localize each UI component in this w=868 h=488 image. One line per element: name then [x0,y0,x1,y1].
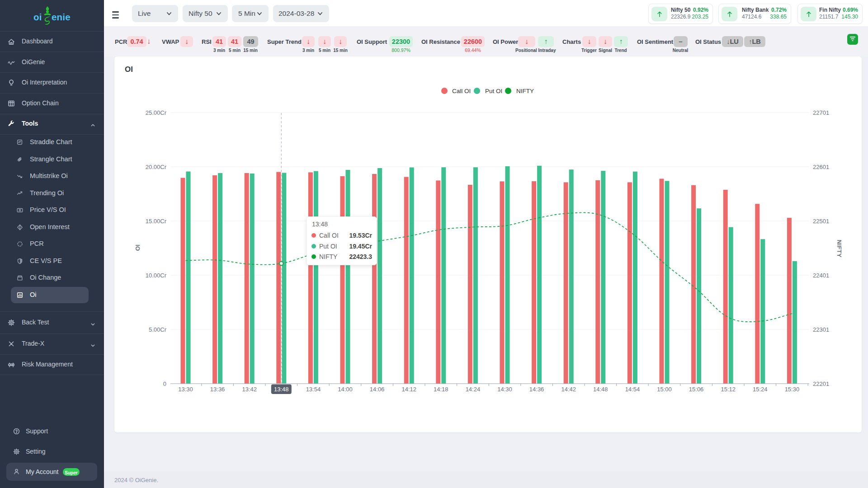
svg-text:10.00Cr: 10.00Cr [146,272,167,279]
svg-text:14:54: 14:54 [625,386,640,393]
svg-text:13:48: 13:48 [274,386,289,393]
svg-text:22701: 22701 [813,109,829,116]
svg-text:22301: 22301 [813,326,829,333]
svg-text:22401: 22401 [813,272,829,279]
svg-text:15:12: 15:12 [721,386,736,393]
svg-text:5.00Cr: 5.00Cr [149,326,167,333]
svg-text:14:06: 14:06 [370,386,385,393]
svg-text:NIFTY: NIFTY [836,240,843,258]
svg-text:22601: 22601 [813,164,829,170]
svg-text:13:30: 13:30 [178,386,193,393]
svg-text:13:36: 13:36 [210,386,225,393]
svg-text:25.00Cr: 25.00Cr [146,109,167,116]
svg-text:15:30: 15:30 [785,386,800,393]
svg-text:22201: 22201 [813,380,829,387]
svg-text:14:12: 14:12 [401,386,416,393]
svg-text:0: 0 [163,380,166,387]
svg-text:14:24: 14:24 [466,386,481,393]
svg-text:OI: OI [125,65,133,74]
svg-text:13:42: 13:42 [242,386,257,393]
svg-text:NIFTY: NIFTY [516,88,534,94]
svg-text:14:18: 14:18 [434,386,448,393]
svg-text:OI: OI [134,244,141,251]
svg-text:Put OI: Put OI [485,88,502,94]
svg-text:14:36: 14:36 [529,386,544,393]
svg-text:15:00: 15:00 [657,386,672,393]
svg-text:14:42: 14:42 [561,386,576,393]
svg-text:15:24: 15:24 [753,386,768,393]
svg-text:15.00Cr: 15.00Cr [146,218,167,225]
svg-text:22501: 22501 [813,218,829,225]
svg-text:15:06: 15:06 [689,386,704,393]
svg-text:20.00Cr: 20.00Cr [146,164,167,170]
svg-text:Call OI: Call OI [452,88,471,94]
svg-text:13:54: 13:54 [306,386,321,393]
svg-text:14:30: 14:30 [497,386,512,393]
svg-text:14:48: 14:48 [593,386,608,393]
svg-text:14:00: 14:00 [338,386,353,393]
